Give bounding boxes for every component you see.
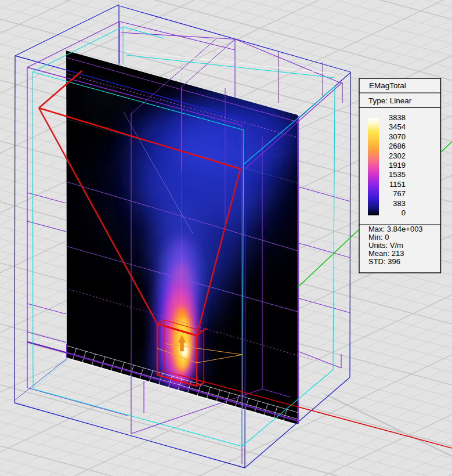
svg-text:1535: 1535	[389, 170, 406, 179]
svg-text:1151: 1151	[389, 180, 406, 189]
svg-text:3070: 3070	[389, 132, 406, 141]
svg-text:STD: 396: STD: 396	[368, 257, 400, 266]
svg-text:Min: 0: Min: 0	[368, 233, 389, 241]
svg-text:3838: 3838	[389, 113, 406, 122]
svg-text:0: 0	[402, 208, 406, 217]
svg-text:Max: 3.84e+003: Max: 3.84e+003	[368, 225, 423, 233]
svg-text:2686: 2686	[389, 142, 406, 150]
svg-text:Type: Linear: Type: Linear	[368, 96, 412, 105]
svg-text:1919: 1919	[389, 161, 406, 170]
svg-text:3454: 3454	[389, 122, 406, 131]
svg-text:2302: 2302	[389, 152, 406, 160]
svg-text:EMagTotal: EMagTotal	[369, 81, 406, 90]
svg-text:Mean: 213: Mean: 213	[368, 249, 404, 258]
svg-text:383: 383	[393, 199, 406, 208]
svg-text:767: 767	[393, 189, 406, 198]
svg-text:Units: V/m: Units: V/m	[368, 241, 403, 250]
